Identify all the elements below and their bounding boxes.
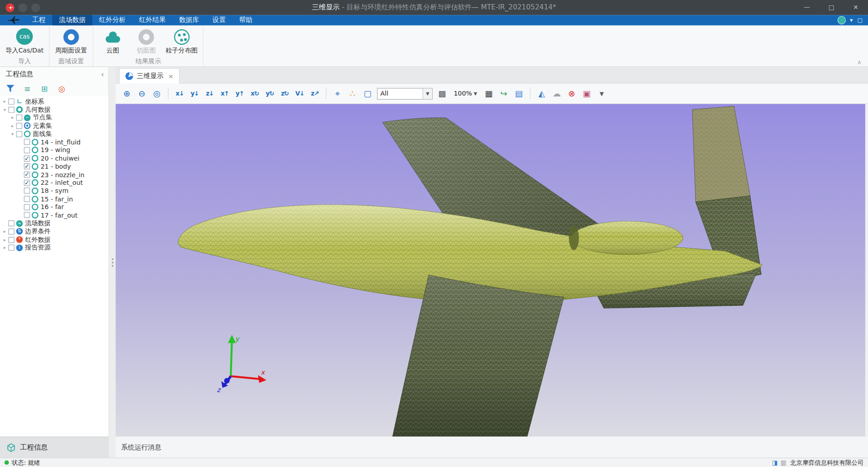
quick-button-1-icon[interactable]: [18, 3, 27, 12]
tree-item-element-set[interactable]: ▸元素集: [0, 122, 109, 130]
tree-expander-icon[interactable]: ▾: [9, 131, 16, 136]
tree-item-surface-15[interactable]: 15 - far_in: [0, 195, 109, 203]
tree-item-surface-14[interactable]: 14 - int_fluid: [0, 138, 109, 146]
zoom-in-icon[interactable]: ⊕: [121, 87, 132, 100]
rotate-x-view-icon[interactable]: x↻: [249, 87, 260, 100]
menu-item-settings[interactable]: 设置: [206, 15, 232, 25]
app-logo-icon[interactable]: [5, 3, 14, 12]
menu-item-help[interactable]: 帮助: [232, 15, 259, 25]
box-select-icon[interactable]: ▢: [362, 87, 373, 100]
tree-expander-icon[interactable]: ▸: [2, 245, 8, 250]
grid-view-icon[interactable]: ⊞: [39, 83, 49, 93]
3d-viewport[interactable]: y x z: [116, 104, 865, 436]
tree-checkbox[interactable]: [24, 180, 30, 186]
tree-item-surface-22[interactable]: 22 - inlet_out: [0, 179, 109, 187]
zoom-out-icon[interactable]: ⊖: [136, 87, 148, 100]
maximize-button[interactable]: □: [819, 0, 844, 15]
tree-item-report-resources[interactable]: ▸i报告资源: [0, 244, 109, 252]
tree-item-face-set[interactable]: ▾面线集: [0, 130, 109, 138]
view-axis-x-icon[interactable]: x↓: [174, 87, 185, 100]
menu-item-database[interactable]: 数据库: [172, 15, 206, 25]
chevron-down-icon[interactable]: ▾: [850, 17, 853, 23]
tab-close-icon[interactable]: ×: [168, 72, 173, 80]
dropdown-arrow-icon[interactable]: ▼: [473, 91, 477, 96]
minimize-button[interactable]: —: [795, 0, 820, 15]
filter-icon[interactable]: [5, 83, 15, 93]
save-view-icon[interactable]: ▣: [581, 87, 592, 100]
menu-item-ir-analysis[interactable]: 红外分析: [92, 15, 132, 25]
tree-expander-icon[interactable]: ▸: [2, 237, 8, 242]
tree-item-surface-18[interactable]: 18 - sym: [0, 187, 109, 195]
view-axis-neg-x-icon[interactable]: x↑: [219, 87, 230, 100]
tree-item-geometry-data[interactable]: ▾几何数据: [0, 105, 109, 113]
list-view-icon[interactable]: ≡: [22, 83, 32, 93]
menu-item-project[interactable]: 工程: [26, 15, 52, 25]
ribbon-button-particle-map[interactable]: 粒子分布图: [163, 28, 200, 55]
panel-toggle-icon[interactable]: ▢: [857, 17, 863, 23]
tree-checkbox[interactable]: [24, 212, 30, 218]
panel-collapse-icon[interactable]: ‹: [101, 70, 104, 79]
view-axis-z-icon[interactable]: z↓: [204, 87, 215, 100]
tree-expander-icon[interactable]: ▸: [9, 123, 16, 128]
tree-checkbox[interactable]: [16, 115, 22, 121]
tree-item-surface-23[interactable]: 23 - nozzle_in: [0, 170, 109, 179]
tree-checkbox[interactable]: [24, 163, 30, 170]
panel-splitter[interactable]: [109, 67, 116, 458]
tree-checkbox[interactable]: [16, 123, 22, 129]
dropdown-arrow-icon[interactable]: ▼: [423, 88, 432, 99]
tree-item-flow-field-data[interactable]: ≈流场数据: [0, 219, 109, 227]
mirror-display-icon[interactable]: ◭: [536, 87, 547, 100]
ribbon-collapse-icon[interactable]: ∧: [857, 59, 861, 65]
menu-item-flow-data[interactable]: 流场数据: [52, 15, 92, 25]
ribbon-button-import-cas-dat[interactable]: cas导入Cas/Dat: [3, 28, 46, 55]
tree-checkbox[interactable]: [24, 155, 30, 161]
snapshot-icon[interactable]: ▤: [513, 87, 525, 100]
viewport-3d-scene[interactable]: y x z: [116, 104, 865, 436]
zoom-extents-icon[interactable]: ◎: [151, 87, 162, 100]
rotate-y-view-icon[interactable]: y↻: [264, 87, 276, 100]
tab-3d-display[interactable]: 三维显示 ×: [119, 68, 180, 84]
tree-item-coordinate-system[interactable]: ▸∟坐标系: [0, 97, 109, 105]
tree-item-infrared-data[interactable]: ▸*红外数据: [0, 236, 109, 244]
display-filter-select[interactable]: All▼: [377, 87, 433, 99]
rotate-z-view-icon[interactable]: z↻: [279, 87, 290, 100]
tree-expander-icon[interactable]: ▾: [2, 107, 8, 112]
tree-checkbox[interactable]: [24, 147, 30, 153]
probe-point-icon[interactable]: ⌖: [332, 87, 343, 100]
tree-checkbox[interactable]: [9, 244, 15, 251]
ribbon-button-contour-map[interactable]: 云图: [96, 28, 129, 55]
tree-checkbox[interactable]: [24, 196, 30, 202]
tree-item-surface-17[interactable]: 17 - far_out: [0, 211, 109, 219]
window-split-icon[interactable]: ◨: [772, 459, 778, 466]
tree-expander-icon[interactable]: ▸: [9, 115, 16, 120]
tree-checkbox[interactable]: [9, 98, 15, 105]
tree-expander-icon[interactable]: ▸: [2, 229, 8, 234]
export-view-icon[interactable]: ↪: [498, 87, 509, 100]
tree-item-node-set[interactable]: ▸−节点集: [0, 113, 109, 122]
user-avatar-icon[interactable]: [837, 16, 846, 25]
mesh-grid-icon[interactable]: ▦: [483, 87, 495, 100]
close-button[interactable]: ✕: [844, 0, 868, 15]
node-display-icon[interactable]: ∴: [347, 87, 358, 100]
tree-checkbox[interactable]: [9, 228, 15, 235]
zoom-level-select[interactable]: 100%▼: [452, 88, 479, 98]
ribbon-button-periodic-face-setup[interactable]: 周期面设置: [53, 28, 89, 55]
locate-target-icon[interactable]: ◎: [57, 83, 66, 93]
tree-checkbox[interactable]: [24, 139, 30, 145]
tree-checkbox[interactable]: [24, 188, 30, 194]
tree-checkbox[interactable]: [9, 236, 15, 243]
tree-checkbox[interactable]: [9, 220, 15, 227]
tree-item-surface-21[interactable]: 21 - body: [0, 162, 109, 170]
tree-checkbox[interactable]: [24, 204, 30, 210]
tree-checkbox[interactable]: [24, 171, 30, 178]
tree-item-surface-16[interactable]: 16 - far: [0, 203, 109, 211]
normal-view-icon[interactable]: V↓: [294, 87, 305, 100]
tree-checkbox[interactable]: [16, 131, 22, 137]
cancel-operation-icon[interactable]: ⊗: [566, 87, 577, 100]
tree-item-boundary-conditions[interactable]: ▸⇅边界条件: [0, 227, 109, 236]
chevron-down-icon[interactable]: ▾: [596, 87, 607, 100]
menu-item-ir-results[interactable]: 红外结果: [132, 15, 172, 25]
view-axis-y-icon[interactable]: y↓: [189, 87, 200, 100]
view-axis-neg-y-icon[interactable]: y↑: [234, 87, 245, 100]
tree-expander-icon[interactable]: ▸: [2, 99, 8, 104]
